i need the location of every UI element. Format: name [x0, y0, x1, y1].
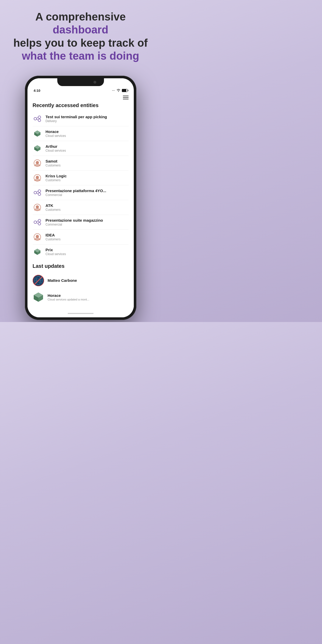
entity-name: Presentazione suite magazzino — [46, 218, 103, 222]
list-item[interactable]: ATK Customers — [33, 200, 129, 215]
person-icon — [33, 232, 42, 242]
svg-point-1 — [38, 116, 41, 118]
status-icons: ··· — [112, 89, 127, 93]
list-item[interactable]: Prix Cloud services — [33, 244, 129, 259]
list-item[interactable]: Presentazione piattaforma 4YO... Commerc… — [33, 185, 129, 200]
last-updates-section: Last updates — [33, 259, 129, 310]
list-item[interactable]: Samot Customers — [33, 156, 129, 171]
menu-button[interactable] — [123, 96, 129, 99]
entity-name: Samot — [46, 159, 61, 163]
svg-line-20 — [37, 191, 38, 192]
svg-point-2 — [38, 119, 41, 122]
update-description: Cloud services updated a mont... — [48, 298, 89, 301]
app-header — [33, 94, 129, 102]
phone-outer-frame: 4:10 ··· — [25, 76, 136, 320]
hero-heading: A comprehensive dashboard helps you to k… — [8, 10, 153, 63]
entity-type: Customers — [46, 178, 67, 182]
svg-line-28 — [37, 223, 38, 223]
update-item[interactable]: Horace Cloud services updated a mont... — [33, 289, 129, 305]
list-item[interactable]: IDEA Customers — [33, 230, 129, 244]
pipeline-icon — [33, 188, 42, 197]
entity-info: Test sui terminali per app picking Deliv… — [46, 115, 107, 123]
entity-name: Kriss Logic — [46, 174, 67, 178]
entity-info: Prix Cloud services — [46, 248, 66, 256]
entity-name: Presentazione piattaforma 4YO... — [46, 188, 106, 193]
person-icon — [33, 173, 42, 183]
update-name: Matteo Carbone — [48, 278, 77, 283]
entity-type: Cloud services — [46, 252, 66, 256]
entity-type: Cloud services — [46, 149, 66, 152]
cube-icon — [33, 144, 42, 153]
entity-name: Prix — [46, 248, 66, 252]
list-item[interactable]: Arthur Cloud services — [33, 141, 129, 156]
entity-info: Presentazione piattaforma 4YO... Commerc… — [46, 188, 106, 197]
update-item[interactable]: Matteo Carbone — [33, 272, 129, 289]
hero-section: A comprehensive dashboard helps you to k… — [0, 0, 161, 71]
update-info: Matteo Carbone — [48, 278, 77, 283]
entity-name: Horace — [46, 129, 66, 134]
phone-notch — [27, 78, 134, 88]
svg-point-19 — [38, 193, 41, 195]
svg-line-3 — [37, 117, 38, 118]
recently-accessed-section: Recently accessed entities — [33, 102, 129, 259]
svg-line-21 — [37, 193, 38, 194]
signal-dots-icon: ··· — [112, 89, 115, 92]
entity-type: Cloud services — [46, 134, 66, 138]
update-name: Horace — [48, 293, 89, 298]
svg-point-0 — [34, 117, 37, 120]
cube-icon — [33, 129, 42, 138]
svg-point-24 — [34, 221, 37, 223]
last-updates-title: Last updates — [33, 263, 129, 269]
svg-point-25 — [38, 219, 41, 222]
camera-icon — [94, 81, 96, 83]
entity-info: Kriss Logic Customers — [46, 174, 67, 182]
entity-type: Customers — [46, 164, 61, 167]
pipeline-icon — [33, 114, 42, 123]
entity-info: Horace Cloud services — [46, 129, 66, 138]
phone-content: Recently accessed entities — [27, 94, 134, 310]
list-item[interactable]: Horace Cloud services — [33, 126, 129, 141]
svg-point-18 — [38, 190, 41, 192]
home-indicator — [68, 313, 94, 314]
person-icon — [33, 203, 42, 212]
entity-type: Customers — [46, 208, 61, 212]
entity-type: Customers — [46, 237, 61, 241]
status-time: 4:10 — [34, 89, 40, 93]
entity-info: Arthur Cloud services — [46, 144, 66, 152]
cube-icon — [33, 247, 42, 256]
list-item[interactable]: Kriss Logic Customers — [33, 171, 129, 185]
phone-mockup: 4:10 ··· — [0, 71, 161, 320]
phone-screen: 4:10 ··· — [27, 78, 134, 317]
recently-accessed-title: Recently accessed entities — [33, 102, 129, 108]
list-item[interactable]: Test sui terminali per app picking Deliv… — [33, 111, 129, 126]
svg-point-26 — [38, 222, 41, 225]
svg-line-4 — [37, 119, 38, 120]
entity-info: Samot Customers — [46, 159, 61, 167]
entity-name: IDEA — [46, 233, 61, 237]
status-bar: 4:10 ··· — [27, 88, 134, 94]
notch-cutout — [57, 78, 104, 86]
entity-name: Test sui terminali per app picking — [46, 115, 107, 119]
entity-type: Commercial — [46, 223, 103, 226]
pipeline-icon — [33, 218, 42, 227]
svg-line-27 — [37, 221, 38, 222]
phone-bottom-bar — [27, 310, 134, 317]
avatar — [33, 275, 44, 286]
battery-icon — [122, 89, 128, 92]
wifi-icon — [116, 89, 121, 93]
entity-info: IDEA Customers — [46, 233, 61, 241]
avatar — [33, 291, 44, 303]
entity-name: ATK — [46, 203, 61, 208]
entity-info: ATK Customers — [46, 203, 61, 212]
person-icon — [33, 158, 42, 168]
update-info: Horace Cloud services updated a mont... — [48, 293, 89, 301]
list-item[interactable]: Presentazione suite magazzino Commercial — [33, 215, 129, 230]
entity-info: Presentazione suite magazzino Commercial — [46, 218, 103, 226]
svg-point-17 — [34, 191, 37, 194]
entity-list: Test sui terminali per app picking Deliv… — [33, 111, 129, 259]
entity-name: Arthur — [46, 144, 66, 149]
entity-type: Commercial — [46, 193, 106, 197]
entity-type: Delivery — [46, 119, 107, 123]
